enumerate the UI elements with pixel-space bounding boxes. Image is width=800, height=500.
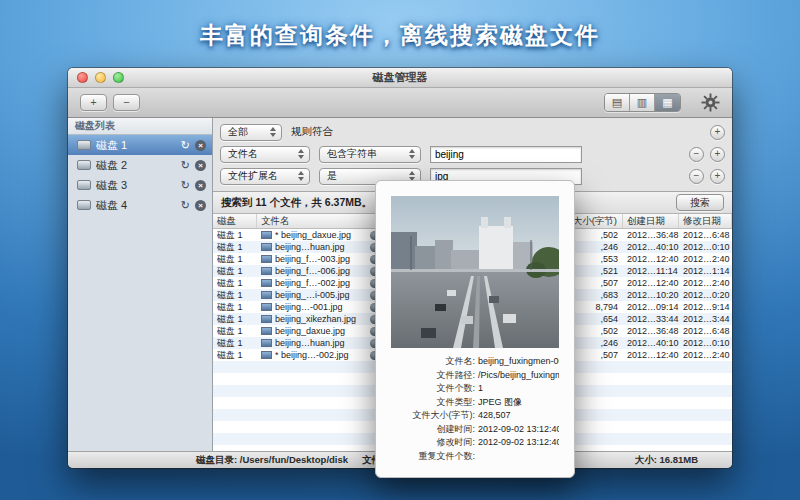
filename-text: beijing_xikezhan.jpg bbox=[275, 314, 367, 324]
remove-disk-icon[interactable]: × bbox=[195, 160, 206, 171]
filter-field-value: 文件扩展名 bbox=[228, 169, 278, 183]
filter-operator-value: 包含字符串 bbox=[327, 147, 377, 161]
popover-fields: 文件名: beijing_fuxingmen-002.jpg 文件路径: /Pi… bbox=[391, 355, 559, 463]
cell-created: 2012…33:44 bbox=[623, 314, 679, 324]
view-columns-icon[interactable]: ▥ bbox=[630, 94, 655, 111]
cell-filename: beijing…-001.jpg bbox=[257, 302, 381, 312]
cell-created: 2012…12:40 bbox=[623, 254, 679, 264]
cell-modified: 2012…9:14 bbox=[679, 302, 732, 312]
image-thumbnail-icon bbox=[261, 267, 272, 275]
remove-disk-icon[interactable]: × bbox=[195, 180, 206, 191]
zoom-window-icon[interactable] bbox=[113, 72, 124, 83]
add-filter-button[interactable]: + bbox=[710, 147, 725, 162]
cell-created: 2012…11:14 bbox=[623, 266, 679, 276]
refresh-icon[interactable]: ↻ bbox=[181, 140, 190, 151]
close-window-icon[interactable] bbox=[77, 72, 88, 83]
filename-text: beijing_daxue.jpg bbox=[275, 326, 367, 336]
filename-text: beijing_f…-003.jpg bbox=[275, 254, 367, 264]
popover-field-value: 1 bbox=[475, 382, 483, 396]
view-list-icon[interactable]: ▤ bbox=[605, 94, 630, 111]
cell-modified: 2012…0:20 bbox=[679, 290, 732, 300]
remove-filter-button[interactable]: − bbox=[689, 147, 704, 162]
cell-modified: 2012…2:40 bbox=[679, 350, 732, 360]
popover-field: 重复文件个数: bbox=[391, 450, 559, 464]
column-header-created[interactable]: 创建日期 bbox=[623, 214, 679, 228]
image-thumbnail-icon bbox=[261, 255, 272, 263]
filename-text: beijing…huan.jpg bbox=[275, 242, 367, 252]
column-header-disk[interactable]: 磁盘 bbox=[213, 214, 257, 228]
popover-field: 文件类型: JPEG 图像 bbox=[391, 396, 559, 410]
sidebar-item-disk[interactable]: 磁盘 1 ↻ × bbox=[68, 135, 212, 155]
filename-text: beijing…huan.jpg bbox=[275, 338, 367, 348]
column-header-modified[interactable]: 修改日期 bbox=[679, 214, 732, 228]
column-header-filename[interactable]: 文件名 bbox=[257, 214, 381, 228]
image-thumbnail-icon bbox=[261, 339, 272, 347]
cell-filename: beijing_f…-006.jpg bbox=[257, 266, 381, 276]
popover-field-label: 文件大小(字节): bbox=[391, 409, 475, 423]
image-thumbnail-icon bbox=[261, 279, 272, 287]
filter-field-value: 文件名 bbox=[228, 147, 258, 161]
filename-text: beijing…-001.jpg bbox=[275, 302, 367, 312]
file-preview-popover: 文件名: beijing_fuxingmen-002.jpg 文件路径: /Pi… bbox=[375, 180, 575, 478]
remove-filter-button[interactable]: − bbox=[689, 169, 704, 184]
view-table-icon[interactable]: ▦ bbox=[655, 94, 680, 111]
sidebar-item-disk[interactable]: 磁盘 3 ↻ × bbox=[68, 175, 212, 195]
filter-operator-value: 是 bbox=[327, 169, 337, 183]
sidebar-item-disk[interactable]: 磁盘 2 ↻ × bbox=[68, 155, 212, 175]
cell-created: 2012…12:40 bbox=[623, 278, 679, 288]
disk-label: 磁盘 4 bbox=[96, 198, 176, 213]
refresh-icon[interactable]: ↻ bbox=[181, 160, 190, 171]
cell-modified: 2012…2:40 bbox=[679, 254, 732, 264]
add-filter-button[interactable]: + bbox=[710, 125, 725, 140]
remove-disk-button[interactable]: − bbox=[113, 94, 140, 111]
remove-disk-icon[interactable]: × bbox=[195, 140, 206, 151]
cell-filename: * beijing…-002.jpg bbox=[257, 350, 381, 360]
popover-field-label: 修改时间: bbox=[391, 436, 475, 450]
popover-field: 文件个数: 1 bbox=[391, 382, 559, 396]
sidebar-item-disk[interactable]: 磁盘 4 ↻ × bbox=[68, 195, 212, 215]
view-mode-segmented-control: ▤ ▥ ▦ bbox=[604, 93, 681, 112]
cell-filename: * beijing_daxue.jpg bbox=[257, 230, 381, 240]
preview-photo bbox=[391, 196, 559, 348]
image-thumbnail-icon bbox=[261, 303, 272, 311]
cell-modified: 2012…3:44 bbox=[679, 314, 732, 324]
disk-icon bbox=[77, 140, 91, 150]
sidebar: 磁盘列表 磁盘 1 ↻ × 磁盘 2 ↻ × 磁盘 3 ↻ × 磁盘 4 ↻ × bbox=[68, 118, 213, 451]
filter-row: 文件名 包含字符串 − + bbox=[220, 143, 725, 165]
add-filter-button[interactable]: + bbox=[710, 169, 725, 184]
cell-created: 2012…40:10 bbox=[623, 242, 679, 252]
popover-field-value: 2012-09-02 13:12:40 bbox=[475, 423, 559, 437]
cell-filename: beijing_daxue.jpg bbox=[257, 326, 381, 336]
title-bar[interactable]: 磁盘管理器 bbox=[68, 68, 732, 88]
disk-label: 磁盘 1 bbox=[96, 138, 176, 153]
cell-modified: 2012…6:48 bbox=[679, 230, 732, 240]
scope-dropdown-value: 全部 bbox=[228, 125, 248, 139]
popover-field-value: JPEG 图像 bbox=[475, 396, 522, 410]
cell-filename: beijing_xikezhan.jpg bbox=[257, 314, 381, 324]
search-button[interactable]: 搜索 bbox=[676, 194, 724, 211]
filter-value-input[interactable] bbox=[430, 146, 582, 163]
filename-text: beijing_…i-005.jpg bbox=[275, 290, 367, 300]
toolbar: + − ▤ ▥ ▦ bbox=[68, 88, 732, 118]
popup-arrows-icon bbox=[264, 127, 276, 137]
popover-field-label: 创建时间: bbox=[391, 423, 475, 437]
gear-icon[interactable] bbox=[701, 93, 720, 112]
status-disk-path: 磁盘目录: /Users/fun/Desktop/disk bbox=[196, 454, 348, 467]
filter-operator-dropdown[interactable]: 包含字符串 bbox=[319, 146, 421, 163]
scope-dropdown[interactable]: 全部 bbox=[220, 124, 282, 141]
window-title: 磁盘管理器 bbox=[373, 70, 428, 85]
minimize-window-icon[interactable] bbox=[95, 72, 106, 83]
disk-list: 磁盘 1 ↻ × 磁盘 2 ↻ × 磁盘 3 ↻ × 磁盘 4 ↻ × bbox=[68, 135, 212, 215]
popover-field: 修改时间: 2012-09-02 13:12:40 bbox=[391, 436, 559, 450]
filter-field-dropdown[interactable]: 文件扩展名 bbox=[220, 168, 310, 185]
refresh-icon[interactable]: ↻ bbox=[181, 180, 190, 191]
results-summary: 搜索到 11 个文件，共 6.37MB。 bbox=[221, 196, 372, 210]
filter-scope-row: 全部 规则符合 + bbox=[220, 121, 725, 143]
refresh-icon[interactable]: ↻ bbox=[181, 200, 190, 211]
filename-text: * beijing_daxue.jpg bbox=[275, 230, 367, 240]
filter-field-dropdown[interactable]: 文件名 bbox=[220, 146, 310, 163]
remove-disk-icon[interactable]: × bbox=[195, 200, 206, 211]
add-disk-button[interactable]: + bbox=[80, 94, 107, 111]
popup-arrows-icon bbox=[292, 171, 304, 181]
cell-filename: beijing_f…-003.jpg bbox=[257, 254, 381, 264]
